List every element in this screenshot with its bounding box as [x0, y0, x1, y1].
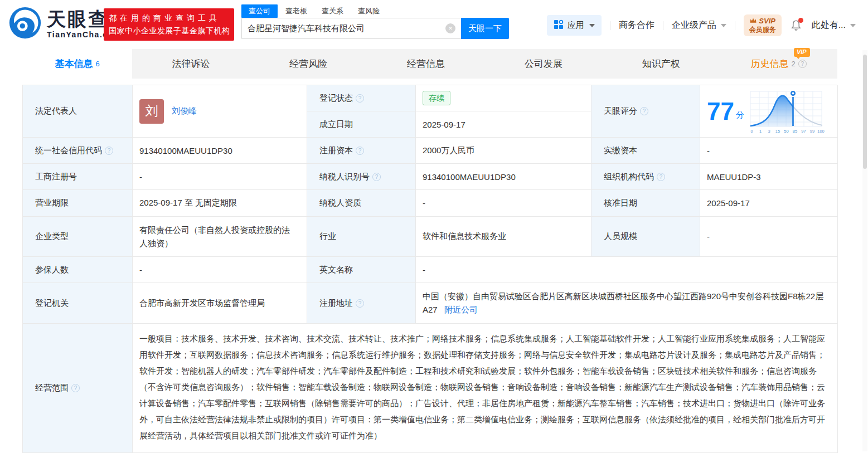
- chevron-down-icon: [850, 24, 856, 27]
- apps-menu[interactable]: 应用: [547, 15, 602, 36]
- tab-company-development[interactable]: 公司发展: [484, 49, 602, 79]
- field-label-biz-reg-no: 工商注册号: [23, 164, 133, 190]
- tab-history-info[interactable]: VIP 历史信息 2: [720, 49, 837, 79]
- field-label-company-type: 企业类型: [23, 217, 133, 257]
- search-input[interactable]: [242, 24, 445, 33]
- reg-address-text: 中国（安徽）自由贸易试验区合肥片区高新区块城西桥社区服务中心望江西路920号中安…: [423, 291, 823, 314]
- field-label-reg-authority: 登记机关: [23, 283, 133, 324]
- chevron-down-icon: [721, 24, 726, 27]
- score-distribution-chart: 0 1 3 15 50 85 97 99 100: [749, 86, 825, 136]
- divider: [610, 21, 610, 30]
- field-value-approval-date: 2025-09-17: [700, 190, 838, 217]
- svg-text:3: 3: [768, 129, 770, 134]
- field-label-industry: 行业: [307, 217, 416, 257]
- nav-enterprise-products[interactable]: 企业级产品: [672, 20, 726, 31]
- field-label-english-name: 英文名称: [307, 257, 416, 283]
- help-icon[interactable]: [356, 147, 364, 155]
- help-icon[interactable]: [657, 173, 665, 181]
- tab-basic-info-label: 基本信息: [55, 57, 93, 70]
- help-icon[interactable]: [372, 173, 381, 181]
- field-label-taxpayer-id: 纳税人识别号: [307, 164, 416, 190]
- tab-business-info[interactable]: 经营信息: [367, 49, 485, 79]
- top-header: 天眼查 TianYanCha.com 都在用的商业查询工具 国家中小企业发展子基…: [0, 0, 868, 49]
- tab-operating-risk[interactable]: 经营风险: [250, 49, 367, 79]
- field-label-score: 天眼评分: [591, 85, 700, 138]
- field-value-reg-address: 中国（安徽）自由贸易试验区合肥片区高新区块城西桥社区服务中心望江西路920号中安…: [416, 283, 838, 324]
- nav-cooperation[interactable]: 商务合作: [619, 20, 654, 31]
- page: 天眼查 TianYanCha.com 都在用的商业查询工具 国家中小企业发展子基…: [0, 0, 868, 453]
- field-value-reg-authority: 合肥市高新开发区市场监督管理局: [133, 283, 307, 324]
- user-menu[interactable]: 此处有...: [812, 20, 856, 31]
- tab-legal-proceedings[interactable]: 法律诉讼: [132, 49, 250, 79]
- field-label-approval-date: 核准日期: [591, 190, 700, 217]
- help-icon[interactable]: [356, 299, 364, 308]
- svip-label: SVIP: [759, 17, 775, 26]
- field-label-staff-size: 人员规模: [591, 217, 700, 257]
- search-tab-company[interactable]: 查公司: [241, 4, 278, 18]
- field-value-paid-capital: -: [700, 138, 838, 164]
- field-value-industry: 软件和信息技术服务业: [416, 217, 591, 257]
- chevron-down-icon: [589, 24, 595, 27]
- nearby-companies-link[interactable]: 附近公司: [444, 305, 478, 314]
- tab-intellectual-property[interactable]: 知识产权: [602, 49, 720, 79]
- help-icon[interactable]: [356, 94, 364, 103]
- help-icon[interactable]: [798, 60, 807, 68]
- field-label-taxpayer-quali: 纳税人资质: [307, 190, 416, 217]
- section-tabbar: 基本信息 6 法律诉讼 经营风险 经营信息 公司发展 知识产权 VIP 历史信息…: [22, 49, 837, 79]
- score-unit: 分: [736, 110, 744, 120]
- svip-member-button[interactable]: SVIP 会员服务: [744, 14, 782, 36]
- vip-badge: VIP: [794, 48, 810, 57]
- search-button[interactable]: 天眼一下: [461, 18, 509, 39]
- svg-text:85: 85: [793, 129, 797, 134]
- search-area: 查公司 查老板 查关系 查风险 天眼一下: [241, 4, 509, 39]
- field-label-credit-code: 统一社会信用代码: [23, 138, 133, 164]
- field-value-legal-rep: 刘 刘俊峰: [133, 85, 307, 138]
- header-right-nav: 应用 商务合作 企业级产品 SVIP 会: [547, 14, 856, 36]
- field-label-reg-status: 登记状态: [307, 85, 416, 111]
- score-number: 77: [707, 99, 734, 124]
- svip-sublabel: 会员服务: [749, 26, 776, 34]
- help-icon[interactable]: [105, 147, 113, 155]
- tab-history-count: 2: [791, 60, 795, 68]
- tianyancha-logo-icon: [8, 6, 42, 42]
- user-menu-label: 此处有...: [812, 20, 846, 31]
- field-label-reg-capital: 注册资本: [307, 138, 416, 164]
- field-value-biz-scope: 一般项目：技术服务、技术开发、技术咨询、技术交流、技术转让、技术推广；网络技术服…: [133, 324, 838, 453]
- field-value-insured-count: -: [133, 257, 307, 283]
- help-icon[interactable]: [71, 384, 80, 392]
- apps-grid-icon: [554, 20, 564, 31]
- search-tabs: 查公司 查老板 查关系 查风险: [241, 4, 509, 18]
- status-badge: 存续: [423, 91, 450, 105]
- field-value-staff-size: -: [700, 217, 838, 257]
- clear-icon[interactable]: [445, 23, 455, 33]
- field-label-paid-capital: 实缴资本: [591, 138, 700, 164]
- help-icon[interactable]: [640, 107, 648, 115]
- field-value-est-date: 2025-09-17: [416, 111, 591, 138]
- field-value-taxpayer-id: 91340100MAEUU1DP30: [416, 164, 591, 190]
- svg-text:100: 100: [817, 129, 825, 134]
- apps-menu-label: 应用: [568, 20, 584, 31]
- search-tab-boss[interactable]: 查老板: [285, 4, 307, 18]
- field-label-biz-term: 营业期限: [23, 190, 133, 217]
- legal-rep-link[interactable]: 刘俊峰: [172, 106, 197, 116]
- field-label-biz-scope: 经营范围: [23, 324, 133, 453]
- field-value-biz-reg-no: -: [133, 164, 307, 190]
- field-value-score: 77 分: [700, 85, 838, 138]
- avatar[interactable]: 刘: [139, 99, 164, 124]
- field-label-org-code: 组织机构代码: [591, 164, 700, 190]
- company-info-table: 法定代表人 刘 刘俊峰 登记状态 存续 成立日期 2025-09-17 天眼评分…: [22, 85, 837, 453]
- promo-banner: 都在用的商业查询工具 国家中小企业发展子基金旗下机构: [104, 8, 234, 41]
- search-tab-risk[interactable]: 查风险: [358, 4, 380, 18]
- crown-icon: [749, 17, 757, 26]
- svg-text:0: 0: [750, 129, 753, 134]
- search-tab-relation[interactable]: 查关系: [322, 4, 343, 18]
- svg-text:97: 97: [801, 129, 806, 134]
- svg-text:50: 50: [784, 129, 788, 134]
- promo-line1: 都在用的商业查询工具: [109, 11, 229, 25]
- svg-text:99: 99: [810, 129, 814, 134]
- scrollbar-thumb[interactable]: [863, 55, 867, 169]
- divider: [663, 21, 663, 30]
- svg-text:15: 15: [775, 129, 780, 134]
- notification-bell-icon[interactable]: [790, 19, 803, 32]
- tab-basic-info[interactable]: 基本信息 6: [22, 49, 132, 79]
